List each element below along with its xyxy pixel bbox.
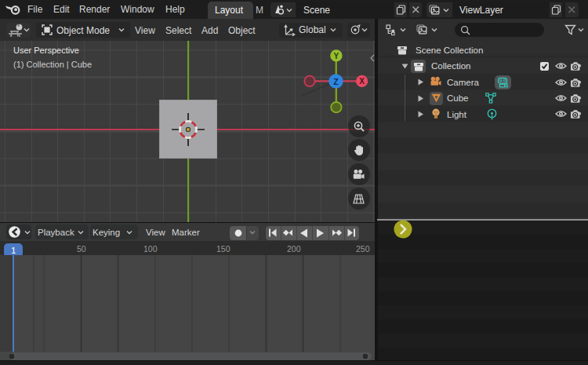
svg-text:X: X <box>359 77 365 86</box>
svg-text:Z: Z <box>333 77 339 86</box>
svg-text:Y: Y <box>334 52 339 60</box>
